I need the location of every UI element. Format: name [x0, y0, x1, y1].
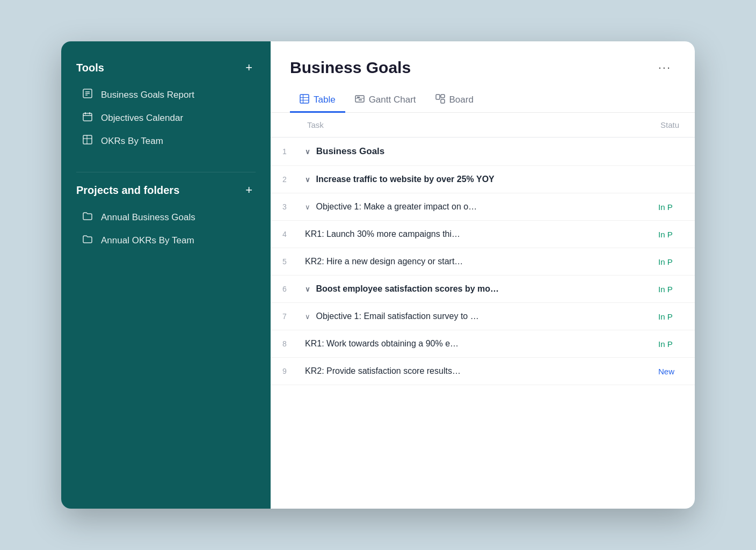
col-header-task: Task — [299, 113, 652, 138]
task-name: ∨ Boost employee satisfaction scores by … — [299, 276, 652, 303]
chevron-icon: ∨ — [305, 148, 310, 156]
projects-add-button[interactable]: + — [242, 183, 256, 197]
tab-gantt-chart[interactable]: Gantt Chart — [345, 89, 426, 113]
tools-header: Tools + — [76, 61, 256, 75]
calendar-icon — [82, 111, 93, 125]
status-badge: In P — [652, 276, 695, 303]
sidebar-item-business-goals-report[interactable]: Business Goals Report — [76, 83, 256, 106]
projects-title: Projects and folders — [76, 184, 179, 197]
svg-rect-20 — [441, 95, 445, 98]
table-header-row: Task Statu — [271, 113, 695, 138]
status-cell — [652, 166, 695, 193]
table-row[interactable]: 9 KR2: Provide satisfaction score result… — [271, 358, 695, 385]
projects-section: Projects and folders + Annual Business G… — [61, 183, 271, 252]
sidebar-item-objectives-calendar[interactable]: Objectives Calendar — [76, 106, 256, 129]
sidebar: Tools + Business Goals Report — [61, 41, 271, 509]
row-number: 3 — [271, 193, 299, 221]
svg-rect-21 — [441, 99, 445, 103]
status-badge: In P — [652, 303, 695, 330]
report-icon — [82, 88, 93, 102]
row-number: 1 — [271, 138, 299, 166]
task-name: KR2: Provide satisfaction score results… — [299, 358, 652, 385]
sidebar-item-label: OKRs By Team — [101, 136, 163, 147]
table-icon — [82, 134, 93, 148]
table-row[interactable]: 6 ∨ Boost employee satisfaction scores b… — [271, 276, 695, 303]
sidebar-item-annual-okrs-by-team[interactable]: Annual OKRs By Team — [76, 229, 256, 252]
tab-table[interactable]: Table — [290, 89, 345, 113]
table-row[interactable]: 8 KR1: Work towards obtaining a 90% e… I… — [271, 330, 695, 358]
svg-rect-8 — [83, 135, 92, 144]
sidebar-item-label: Annual Business Goals — [101, 212, 195, 223]
folder-icon-2 — [82, 234, 93, 247]
status-badge: In P — [652, 248, 695, 276]
folder-icon — [82, 211, 93, 224]
board-tab-icon — [435, 94, 445, 106]
row-number: 7 — [271, 303, 299, 330]
row-number: 9 — [271, 358, 299, 385]
svg-rect-11 — [300, 95, 309, 103]
status-cell — [652, 138, 695, 166]
tasks-table: Task Statu 1 ∨ Business Goals — [271, 113, 695, 385]
sidebar-item-okrs-by-team[interactable]: OKRs By Team — [76, 129, 256, 153]
task-name: ∨ Business Goals — [299, 138, 652, 166]
sidebar-item-annual-business-goals[interactable]: Annual Business Goals — [76, 206, 256, 229]
table-row[interactable]: 2 ∨ Increase traffic to website by over … — [271, 166, 695, 193]
svg-rect-4 — [83, 113, 92, 121]
page-title: Business Goals — [290, 59, 411, 77]
tab-board[interactable]: Board — [426, 89, 483, 113]
svg-rect-15 — [355, 96, 364, 102]
table-tab-icon — [300, 94, 309, 106]
chevron-icon: ∨ — [305, 203, 310, 211]
status-badge: New — [652, 358, 695, 385]
chevron-icon: ∨ — [305, 313, 310, 321]
table-row[interactable]: 4 KR1: Launch 30% more campaigns thi… In… — [271, 221, 695, 248]
main-content: Business Goals ··· Table — [271, 41, 695, 509]
row-number: 2 — [271, 166, 299, 193]
app-container: Tools + Business Goals Report — [61, 41, 695, 509]
task-name: ∨ Objective 1: Make a greater impact on … — [299, 193, 652, 221]
projects-header: Projects and folders + — [76, 183, 256, 197]
more-options-button[interactable]: ··· — [654, 59, 675, 77]
tab-table-label: Table — [314, 95, 336, 105]
gantt-tab-icon — [355, 94, 365, 106]
task-name: KR1: Launch 30% more campaigns thi… — [299, 221, 652, 248]
chevron-icon: ∨ — [305, 285, 310, 293]
sidebar-divider — [76, 172, 256, 172]
svg-rect-19 — [436, 95, 440, 99]
sidebar-item-label: Annual OKRs By Team — [101, 235, 194, 246]
row-number: 6 — [271, 276, 299, 303]
task-name: KR1: Work towards obtaining a 90% e… — [299, 330, 652, 358]
tools-add-button[interactable]: + — [242, 61, 256, 75]
status-badge: In P — [652, 193, 695, 221]
col-header-status: Statu — [652, 113, 695, 138]
task-name: ∨ Increase traffic to website by over 25… — [299, 166, 652, 193]
tools-title: Tools — [76, 62, 104, 74]
table-row[interactable]: 5 KR2: Hire a new design agency or start… — [271, 248, 695, 276]
sidebar-item-label: Business Goals Report — [101, 90, 194, 100]
row-number: 4 — [271, 221, 299, 248]
chevron-icon: ∨ — [305, 176, 310, 184]
svg-rect-18 — [359, 99, 362, 100]
row-number: 5 — [271, 248, 299, 276]
table-row[interactable]: 3 ∨ Objective 1: Make a greater impact o… — [271, 193, 695, 221]
table-area: Task Statu 1 ∨ Business Goals — [271, 113, 695, 509]
col-header-num — [271, 113, 299, 138]
status-badge: In P — [652, 330, 695, 358]
sidebar-item-label: Objectives Calendar — [101, 113, 183, 124]
tab-bar: Table Gantt Chart — [290, 89, 675, 112]
table-row[interactable]: 7 ∨ Objective 1: Email satisfaction surv… — [271, 303, 695, 330]
status-badge: In P — [652, 221, 695, 248]
task-name: KR2: Hire a new design agency or start… — [299, 248, 652, 276]
tab-board-label: Board — [449, 95, 474, 105]
task-name: ∨ Objective 1: Email satisfaction survey… — [299, 303, 652, 330]
row-number: 8 — [271, 330, 299, 358]
svg-rect-17 — [357, 97, 360, 98]
tools-section: Tools + Business Goals Report — [61, 61, 271, 153]
tab-gantt-label: Gantt Chart — [369, 95, 416, 105]
title-row: Business Goals ··· — [290, 59, 675, 77]
table-row[interactable]: 1 ∨ Business Goals — [271, 138, 695, 166]
main-header: Business Goals ··· Table — [271, 41, 695, 113]
